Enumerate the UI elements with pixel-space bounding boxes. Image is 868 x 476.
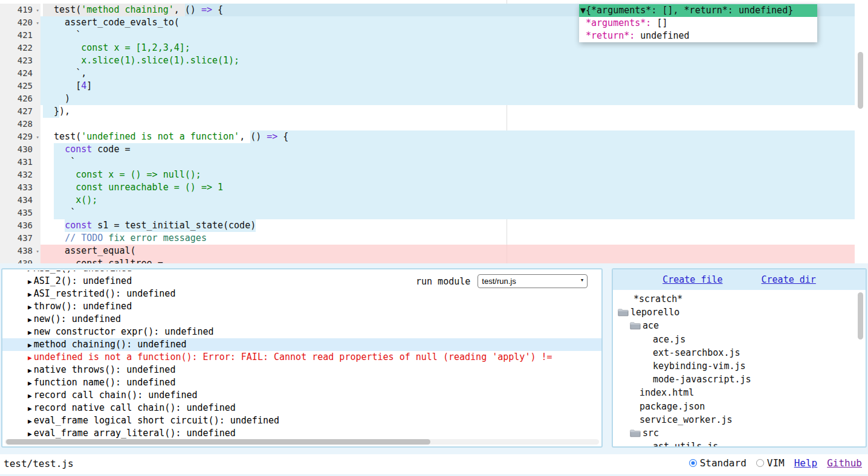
test-result-row[interactable]: ▶throw(): undefined [2, 300, 601, 313]
tooltip-row-arguments[interactable]: *arguments*:[] [579, 17, 817, 30]
expander-icon[interactable]: ▶ [28, 303, 32, 311]
code-line-427[interactable]: 427 }), [0, 105, 855, 118]
fold-icon[interactable]: ▾ [36, 245, 39, 258]
code-line-429[interactable]: 429▾ test('undefined is not a function',… [0, 130, 855, 143]
folder-item-src[interactable]: src [613, 426, 866, 440]
folder-icon [618, 308, 629, 317]
gutter-422[interactable]: 422 [0, 42, 40, 54]
code-line-428[interactable]: 428 [0, 118, 855, 130]
gutter-438[interactable]: 438▾ [0, 245, 40, 257]
run-module-select[interactable]: test/run.js [478, 274, 588, 288]
test-result-row[interactable]: ▶ASI_restrited(): undefined [2, 288, 601, 300]
collapse-triangle-icon[interactable]: ▼ [579, 4, 586, 17]
code-line-430[interactable]: 430 const code = [0, 143, 855, 156]
test-result-row[interactable]: ▶eval_frame logical short circuit(): und… [2, 414, 601, 427]
code-line-438[interactable]: 438▾ assert_equal( [0, 245, 855, 257]
code-line-439[interactable]: 439 const calltree = ... [0, 257, 855, 263]
code-line-422[interactable]: 422 const x = [1,2,3,4]; [0, 42, 855, 54]
file-item[interactable]: keybinding-vim.js [613, 359, 866, 373]
file-item-scratch[interactable]: *scratch* [613, 292, 866, 306]
gutter-431[interactable]: 431 [0, 156, 40, 169]
code-line-423[interactable]: 423 x.slice(1).slice(1).slice(1); [0, 54, 855, 67]
expander-icon[interactable]: ▶ [28, 405, 32, 413]
fold-icon[interactable]: ▾ [36, 131, 39, 144]
expander-icon[interactable]: ▶ [28, 291, 32, 298]
code-line-425[interactable]: 425 [4] [0, 80, 855, 92]
code-editor[interactable]: 419▾ test('method chaining', () => { 420… [0, 0, 868, 263]
file-item[interactable]: service_worker.js [613, 413, 866, 426]
code-line-426[interactable]: 426 ) [0, 92, 855, 105]
tooltip-header[interactable]: ▼{*arguments*: [], *return*: undefined} [579, 4, 817, 17]
gutter-426[interactable]: 426 [0, 92, 40, 105]
gutter-419[interactable]: 419▾ [0, 4, 40, 16]
file-item[interactable]: package.json [613, 400, 866, 413]
gutter-433[interactable]: 433 [0, 181, 40, 194]
expander-icon[interactable]: ▶ [28, 392, 32, 400]
files-vertical-scrollbar[interactable] [858, 292, 863, 339]
expander-icon[interactable]: ▶ [28, 316, 32, 324]
gutter-428[interactable]: 428 [0, 118, 40, 130]
expander-icon[interactable]: ▶ [28, 367, 32, 375]
expander-icon[interactable]: ▶ [28, 329, 32, 336]
keybinding-standard-option[interactable]: Standard [689, 457, 747, 469]
editor-vertical-scrollbar[interactable] [858, 52, 863, 109]
file-item[interactable]: mode-javascript.js [613, 373, 866, 386]
gutter-425[interactable]: 425 [0, 80, 40, 92]
test-result-row[interactable]: ▶record native call chain(): undefined [2, 402, 601, 414]
code-line-435[interactable]: 435 ` [0, 207, 855, 219]
expander-icon[interactable]: ▶ [28, 430, 32, 438]
file-item[interactable]: index.html [613, 386, 866, 399]
expander-icon[interactable]: ▶ [28, 354, 32, 362]
code-line-431[interactable]: 431 ` [0, 156, 855, 169]
test-result-row[interactable]: ▶new(): undefined [2, 313, 601, 326]
gutter-430[interactable]: 430 [0, 143, 40, 156]
test-result-row-selected[interactable]: ▶method chaining(): undefined [2, 338, 601, 351]
file-item[interactable]: ace.js [613, 333, 866, 346]
gutter-437[interactable]: 437 [0, 232, 40, 245]
test-result-row[interactable]: ▶eval_frame array_literal(): undefined [2, 427, 601, 440]
expander-icon[interactable]: ▶ [28, 379, 32, 387]
code-line-436[interactable]: 436 const s1 = test_initial_state(code) [0, 219, 855, 232]
github-link[interactable]: Github [827, 457, 862, 469]
fold-icon[interactable]: ▾ [36, 4, 39, 17]
file-item[interactable]: ext-searchbox.js [613, 346, 866, 359]
expander-icon[interactable]: ▶ [28, 278, 32, 286]
gutter-427[interactable]: 427 [0, 105, 40, 118]
create-dir-button[interactable]: Create dir [762, 274, 816, 285]
expander-icon[interactable]: ▶ [28, 271, 32, 273]
code-line-437[interactable]: 437 // TODO fix error messages [0, 232, 855, 245]
gutter-423[interactable]: 423 [0, 54, 40, 67]
test-result-row[interactable]: ▶new constructor expr(): undefined [2, 326, 601, 338]
file-item[interactable]: ast_utils.js [613, 440, 866, 448]
code-line-432[interactable]: 432 const x = () => null(); [0, 169, 855, 181]
radio-selected-icon[interactable] [689, 459, 697, 467]
help-link[interactable]: Help [794, 457, 818, 469]
gutter-432[interactable]: 432 [0, 169, 40, 181]
code-line-434[interactable]: 434 x(); [0, 194, 855, 207]
expander-icon[interactable]: ▶ [28, 341, 32, 349]
fold-icon[interactable]: ▾ [36, 17, 39, 30]
expander-icon[interactable]: ▶ [28, 417, 32, 425]
test-result-row[interactable]: ▶function name(): undefined [2, 376, 601, 389]
create-file-button[interactable]: Create file [662, 274, 722, 285]
test-result-row[interactable]: ▶record call chain(): undefined [2, 389, 601, 402]
gutter-435[interactable]: 435 [0, 207, 40, 219]
radio-unselected-icon[interactable] [756, 459, 764, 467]
test-result-row[interactable]: ▶native throws(): undefined [2, 364, 601, 376]
gutter-429[interactable]: 429▾ [0, 130, 40, 143]
console-horizontal-scrollbar[interactable] [5, 439, 599, 445]
folder-item-leporello[interactable]: leporello [613, 306, 866, 319]
test-result-row-failed[interactable]: ▶undefined is not a function(): Error: F… [2, 351, 601, 364]
gutter-420[interactable]: 420▾ [0, 16, 40, 29]
gutter-424[interactable]: 424 [0, 67, 40, 80]
code-line-424[interactable]: 424 `, [0, 67, 855, 80]
gutter-434[interactable]: 434 [0, 194, 40, 207]
gutter-439[interactable]: 439 [0, 257, 40, 263]
code-line-433[interactable]: 433 const unreachable = () => 1 [0, 181, 855, 194]
keybinding-vim-option[interactable]: VIM [756, 457, 785, 469]
folder-item-ace[interactable]: ace [613, 319, 866, 332]
tooltip-row-return[interactable]: *return*:undefined [579, 30, 817, 42]
gutter-436[interactable]: 436 [0, 219, 40, 232]
gutter-421[interactable]: 421 [0, 29, 40, 42]
console-scrollbar-thumb[interactable] [6, 439, 430, 445]
